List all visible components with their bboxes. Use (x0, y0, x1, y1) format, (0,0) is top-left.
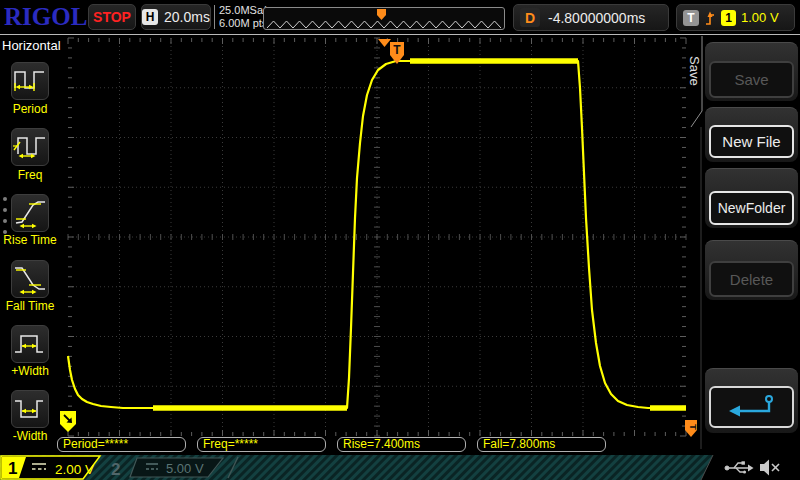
new-file-button[interactable]: New File (709, 125, 794, 158)
menu-label-freq: Freq (0, 168, 62, 182)
delay-badge: D (520, 8, 540, 27)
waveform-position-preview (263, 7, 505, 30)
run-state-indicator[interactable]: STOP (88, 4, 136, 30)
back-button[interactable] (709, 386, 794, 428)
trigger-readout[interactable]: T 1 1.00 V (676, 4, 795, 31)
graticule-and-waveform: T (68, 38, 686, 436)
measurement-freq: Freq=***** (197, 437, 326, 452)
rigol-logo: RIGOL (4, 3, 87, 31)
measurement-period: Period=***** (57, 437, 186, 452)
measurement-fall: Fall=7.800ms (477, 437, 606, 452)
freq-icon (12, 129, 48, 165)
plus-width-icon (12, 326, 48, 362)
measurement-rise: Rise=7.400ms (337, 437, 466, 452)
topbar-divider (214, 5, 215, 29)
ch1-offset-marker-icon[interactable] (59, 410, 78, 433)
measure-freq-button[interactable] (11, 128, 49, 166)
channel1-status[interactable]: 1 2.00 V (1, 456, 100, 479)
horizontal-badge: H (142, 9, 158, 25)
menu-page-dot (3, 230, 7, 234)
channel2-number: 2 (111, 460, 120, 479)
channel-status-bar: 2 5.00 V 1 2.00 V (0, 455, 800, 480)
svg-text:T: T (393, 43, 401, 57)
measure-rise-time-button[interactable] (11, 194, 49, 232)
right-menu-tab-save: Save (687, 56, 702, 86)
fall-time-icon (12, 261, 48, 297)
period-icon (12, 63, 48, 99)
menu-page-dot (3, 208, 7, 212)
rising-edge-icon (704, 8, 716, 28)
trigger-source-badge: 1 (721, 10, 736, 26)
graticule-grid (68, 38, 686, 436)
save-button[interactable]: Save (709, 61, 794, 98)
delay-readout[interactable]: D -4.80000000ms (513, 4, 669, 31)
timebase-value: 20.0ms (164, 9, 210, 25)
new-folder-button[interactable]: NewFolder (709, 191, 794, 225)
measure-minus-width-button[interactable] (11, 390, 49, 428)
trigger-badge: T (683, 10, 699, 26)
menu-page-dot (3, 197, 7, 201)
menu-label-fall-time: Fall Time (0, 299, 62, 313)
menu-label-period: Period (0, 102, 62, 116)
channel1-number: 1 (8, 459, 17, 478)
menu-label-plus-width: +Width (0, 364, 62, 378)
trigger-position-triangle-icon (378, 39, 391, 47)
measure-fall-time-button[interactable] (11, 260, 49, 298)
menu-label-rise-time: Rise Time (0, 233, 62, 247)
horizontal-timebase-readout[interactable]: H 20.0ms (141, 4, 211, 30)
menu-page-dot (3, 219, 7, 223)
delay-value: -4.80000000ms (548, 10, 645, 26)
preview-trigger-marker-icon (376, 8, 387, 21)
topbar-separator-line (0, 34, 800, 35)
minus-width-icon (12, 391, 48, 427)
rise-time-icon (12, 195, 48, 231)
measure-period-button[interactable] (11, 62, 49, 100)
return-arrow-icon (717, 392, 787, 422)
channel2-scale: 5.00 V (166, 461, 204, 476)
delete-button[interactable]: Delete (709, 261, 794, 297)
trigger-level-value: 1.00 V (741, 10, 779, 25)
measure-plus-width-button[interactable] (11, 325, 49, 363)
oscilloscope-screen: RIGOL STOP H 20.0ms 25.0MSa/s 6.00M pts … (0, 0, 800, 480)
left-menu-title: Horizontal (2, 38, 61, 53)
channel1-scale: 2.00 V (55, 462, 94, 477)
menu-label-minus-width: -Width (0, 429, 62, 443)
